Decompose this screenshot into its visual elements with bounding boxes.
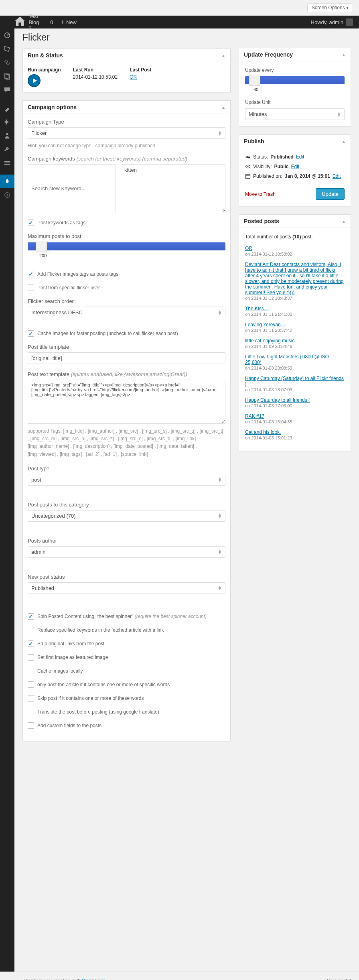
play-button[interactable] <box>28 74 41 87</box>
replace-keywords-checkbox[interactable] <box>28 627 34 633</box>
update-every-label: Update every <box>245 67 345 73</box>
skip-post-checkbox[interactable] <box>28 695 34 701</box>
screen-options-toggle[interactable]: Screen Options ▾ <box>307 3 353 12</box>
post-link[interactable]: Deviant Art Dear contacts and visitors, … <box>245 262 343 295</box>
post-date: on 2014-01-11 20:37:42 <box>245 328 292 333</box>
sidebar-collapse[interactable] <box>0 188 14 202</box>
post-link[interactable]: The Kiss… <box>245 306 269 311</box>
custom-fields-label: Add custom fields to the posts <box>37 723 101 728</box>
campaign-options-box: Campaign options ▲ Campaign Type Flicker… <box>22 100 231 741</box>
post-text-label: Post text template (spintax enabaled, li… <box>28 371 225 377</box>
status-edit[interactable]: Edit <box>296 154 304 160</box>
post-link[interactable]: Cat and his look. <box>245 429 281 435</box>
category-select[interactable]: Uncategorized (70)▲▼ <box>28 510 225 522</box>
spin-label: Spin Posted Content using "the best spin… <box>37 614 207 619</box>
featured-image-checkbox[interactable] <box>28 654 34 661</box>
published-edit[interactable]: Edit <box>333 173 341 179</box>
add-flicker-tags-checkbox[interactable] <box>28 271 34 277</box>
post-date: on 2014-01-08 18:07:03 <box>245 387 292 392</box>
sidebar-pages[interactable] <box>0 69 14 83</box>
howdy-user[interactable]: Howdy, admin <box>311 18 353 26</box>
sidebar-dashboard[interactable] <box>0 28 14 42</box>
sidebar-users[interactable] <box>0 129 14 142</box>
post-link[interactable]: Happy Caturday (Saturday) to all Flickr … <box>245 376 344 387</box>
last-run-value: 2014-01-12 10:53:02 <box>73 74 118 80</box>
toggle-icon[interactable]: ▲ <box>221 53 225 58</box>
svg-rect-4 <box>5 73 8 79</box>
post-link[interactable]: Leaving Yerevan… <box>245 322 286 327</box>
post-title-template-input[interactable] <box>28 352 225 364</box>
posted-post-item: Leaving Yerevan…on 2014-01-11 20:37:42 <box>245 322 345 333</box>
post-keywords-tags-label: Post keywords as tags <box>37 220 85 226</box>
spin-checkbox[interactable] <box>28 613 34 620</box>
new-link[interactable]: +New <box>61 18 77 26</box>
supported-tags: supported Tags: [img_title] , [img_autho… <box>28 427 225 458</box>
campaign-type-select[interactable]: Flicker▲▼ <box>28 127 225 139</box>
keyword-search-input[interactable] <box>28 164 116 212</box>
comments-link[interactable]: 0 <box>48 19 53 25</box>
wordpress-link[interactable]: WordPress <box>81 978 105 980</box>
svg-point-10 <box>5 193 10 198</box>
skip-post-label: Skip post if it contains one or more of … <box>37 695 144 701</box>
total-posts: Total number of posts (10) post. <box>245 234 345 240</box>
post-link[interactable]: little cat enjoying music <box>245 338 294 344</box>
post-text-textarea[interactable]: <img src="[img_src]" alt="[img_title]"><… <box>28 380 225 424</box>
status-select[interactable]: Published▲▼ <box>28 582 225 594</box>
posted-post-item: Deviant Art Dear contacts and visitors, … <box>245 262 345 301</box>
toggle-icon[interactable]: ▲ <box>342 139 346 144</box>
posted-post-item: Happy Caturday (Saturday) to all Flickr … <box>245 376 345 392</box>
posted-post-item: RAK #17on 2014-01-08 16:04:35 <box>245 413 345 425</box>
post-link[interactable]: OR <box>245 246 252 251</box>
toggle-icon[interactable]: ▲ <box>342 53 346 57</box>
featured-image-label: Set first image as featured image <box>37 655 108 660</box>
admin-sidebar <box>0 28 14 972</box>
move-to-trash[interactable]: Move to Trash <box>245 191 276 197</box>
sidebar-settings[interactable] <box>0 156 14 170</box>
update-unit-label: Update Unit <box>245 100 345 105</box>
cache-locally-checkbox[interactable] <box>28 668 34 674</box>
toggle-icon[interactable]: ▲ <box>342 219 346 224</box>
sidebar-comments[interactable] <box>0 83 14 97</box>
post-link[interactable]: RAK #17 <box>245 413 264 419</box>
sidebar-tools[interactable] <box>0 142 14 156</box>
custom-fields-checkbox[interactable] <box>28 722 34 729</box>
translate-checkbox[interactable] <box>28 709 34 715</box>
toggle-icon[interactable]: ▲ <box>221 105 225 110</box>
update-freq-title: Update Frequency <box>244 51 293 58</box>
cache-images-checkbox[interactable] <box>28 330 34 337</box>
translate-label: Translate the post before posting (using… <box>37 709 159 715</box>
sidebar-plugins[interactable] <box>0 115 14 129</box>
type-hint: Hint: you can not change type . campaign… <box>28 143 225 148</box>
published-value: Jan 8, 2014 @ 15:01 <box>285 173 330 179</box>
keywords-textarea[interactable]: kitten <box>121 164 225 212</box>
cache-images-label: Cache Images for faster posting (uncheck… <box>37 331 178 336</box>
update-button[interactable]: Update <box>316 188 345 200</box>
post-keywords-tags-checkbox[interactable] <box>28 220 34 226</box>
sidebar-appearance[interactable] <box>0 102 14 115</box>
specific-user-checkbox[interactable] <box>28 285 34 291</box>
search-order-select[interactable]: Interestingness DESC▲▼ <box>28 307 225 318</box>
publish-title: Publish <box>244 138 264 144</box>
svg-point-3 <box>6 62 9 65</box>
svg-rect-7 <box>4 161 10 162</box>
post-date: on 2014-01-08 17:06:00 <box>245 403 292 408</box>
author-select[interactable]: admin▲▼ <box>28 546 225 558</box>
update-unit-select[interactable]: Minutes▲▼ <box>245 108 345 120</box>
post-link[interactable]: Happy Caturday to all friends ! <box>245 397 310 403</box>
post-link[interactable]: Little Low-Light Monsters (D800 @ ISO 25… <box>245 354 329 365</box>
max-posts-slider[interactable]: 200 <box>28 242 225 250</box>
update-every-slider[interactable]: 60 <box>245 76 345 84</box>
footer: Thank you for creating with WordPress. V… <box>14 972 359 980</box>
post-type-select[interactable]: post▲▼ <box>28 474 225 486</box>
post-date: on 2014-01-08 16:04:35 <box>245 419 292 424</box>
strip-links-checkbox[interactable] <box>28 640 34 647</box>
calendar-icon <box>245 173 251 179</box>
sidebar-campaign[interactable] <box>0 175 14 188</box>
sidebar-media[interactable] <box>0 56 14 69</box>
sidebar-posts[interactable] <box>0 42 14 56</box>
only-specific-checkbox[interactable] <box>28 681 34 688</box>
max-posts-label: Maximum posts to post <box>28 233 225 239</box>
visibility-edit[interactable]: Edit <box>291 164 299 169</box>
last-post-link[interactable]: OR <box>130 74 137 80</box>
posted-posts-box: Posted posts ▲ Total number of posts (10… <box>239 214 351 452</box>
